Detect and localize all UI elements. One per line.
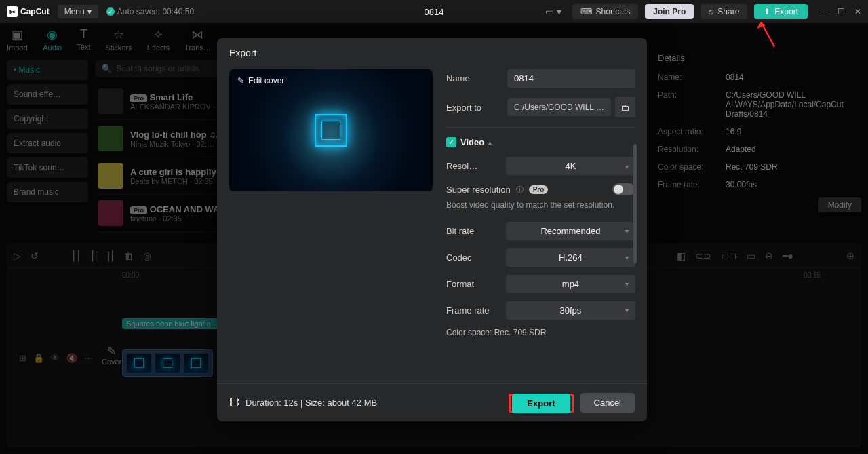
timeline-tool-3[interactable]: ⊏⊐ xyxy=(721,250,737,261)
resolution-select[interactable]: 4K▾ xyxy=(506,157,635,175)
exportto-label: Export to xyxy=(446,102,499,113)
codec-label: Codec xyxy=(446,252,499,263)
timeline-tool-4[interactable]: ▭ xyxy=(747,250,755,261)
more-icon[interactable]: ⋯ xyxy=(84,353,93,363)
app-logo: ✂ CapCut xyxy=(7,6,50,17)
search-icon: 🔍 xyxy=(102,64,112,73)
details-panel: Details Name:0814 Path:C:/Users/GOOD WIL… xyxy=(658,53,861,212)
shortcuts-button[interactable]: ⌨ Shortcuts xyxy=(572,4,639,19)
tool-text[interactable]: TText xyxy=(77,27,90,60)
song-thumb xyxy=(98,163,123,189)
cover-preview: ✎ Edit cover xyxy=(229,69,433,191)
cover-button[interactable]: ✎ Cover xyxy=(102,345,121,366)
cover-art xyxy=(315,114,347,147)
track-tool-icon[interactable]: ⊞ xyxy=(19,353,26,363)
modify-button[interactable]: Modify xyxy=(818,197,861,212)
category-music[interactable]: • Music xyxy=(7,60,88,80)
split-tool[interactable]: ⎮⎮ xyxy=(71,250,81,261)
capcut-icon: ✂ xyxy=(7,6,18,17)
clip-thumbnail xyxy=(155,354,180,373)
export-button-top[interactable]: ⬆ Export xyxy=(754,4,808,19)
category-sound-effects[interactable]: Sound effe… xyxy=(7,84,88,105)
track-controls[interactable]: ⊞ 🔒 👁 🔇 ⋯ xyxy=(19,353,93,363)
video-clip[interactable] xyxy=(122,349,213,377)
resolution-label: Resol… xyxy=(446,161,499,171)
super-resolution-toggle[interactable] xyxy=(612,183,635,195)
undo-button[interactable]: ↺ xyxy=(31,250,39,261)
pencil-icon: ✎ xyxy=(102,345,121,358)
video-checkbox[interactable]: ✓ xyxy=(446,137,456,147)
annotation-highlight: Export xyxy=(509,394,573,413)
lock-icon[interactable]: 🔒 xyxy=(33,353,44,363)
framerate-label: Frame rate xyxy=(446,305,499,316)
chevron-down-icon: ▾ xyxy=(87,7,92,16)
tool-transitions[interactable]: ⋈Trans… xyxy=(184,27,211,60)
category-tiktok-sound[interactable]: TikTok soun… xyxy=(7,157,88,178)
zoom-in-button[interactable]: ⊕ xyxy=(846,250,854,261)
export-path: C:/Users/GOOD WILL … xyxy=(507,98,611,116)
timeline-tool-1[interactable]: ◧ xyxy=(677,250,686,261)
autosave-text: Auto saved: 00:40:50 xyxy=(117,7,194,16)
dialog-scrollbar[interactable] xyxy=(633,144,637,263)
chevron-up-icon[interactable]: ▴ xyxy=(488,138,492,146)
clip-label: Squares neon blue light a… xyxy=(122,318,222,329)
shortcuts-label: Shortcuts xyxy=(596,7,631,16)
bitrate-select[interactable]: Recommended▾ xyxy=(506,222,635,240)
stickers-icon: ☆ xyxy=(113,27,124,42)
share-button[interactable]: ⎋ Share xyxy=(701,4,747,19)
select-tool[interactable]: ▷ xyxy=(14,250,21,261)
info-icon[interactable]: ⓘ xyxy=(516,185,524,195)
join-pro-button[interactable]: Join Pro xyxy=(645,4,694,19)
details-heading: Details xyxy=(658,53,861,63)
trim-left-tool[interactable]: ⎮[ xyxy=(90,250,98,261)
zoom-slider[interactable]: ━● xyxy=(783,250,793,261)
bitrate-label: Bit rate xyxy=(446,226,499,236)
eye-icon[interactable]: 👁 xyxy=(51,353,60,363)
zoom-out-button[interactable]: ⊖ xyxy=(765,250,773,261)
edit-cover-button[interactable]: ✎ Edit cover xyxy=(237,76,284,86)
super-resolution-label: Super resolution xyxy=(446,185,511,195)
minimize-button[interactable]: — xyxy=(820,7,828,16)
clip-thumbnail xyxy=(184,354,208,373)
export-label: Export xyxy=(774,7,798,16)
category-brand-music[interactable]: Brand music xyxy=(7,182,88,202)
menu-label: Menu xyxy=(64,7,85,16)
app-name: CapCut xyxy=(20,7,50,16)
menu-button[interactable]: Menu ▾ xyxy=(58,5,98,18)
browse-folder-button[interactable]: 🗀 xyxy=(615,97,635,117)
framerate-select[interactable]: 30fps▾ xyxy=(506,301,635,320)
name-input[interactable] xyxy=(507,69,635,88)
cancel-button[interactable]: Cancel xyxy=(580,393,635,413)
trim-right-tool[interactable]: ]⎮ xyxy=(107,250,115,261)
film-icon: 🎞 xyxy=(229,397,240,409)
tool-effects[interactable]: ✧Effects xyxy=(147,27,170,60)
export-icon: ⬆ xyxy=(764,7,770,16)
folder-icon: 🗀 xyxy=(620,102,629,113)
chevron-down-icon: ▾ xyxy=(625,254,629,261)
transitions-icon: ⋈ xyxy=(191,27,203,42)
close-button[interactable]: ✕ xyxy=(854,7,861,16)
share-label: Share xyxy=(717,7,739,16)
chevron-down-icon: ▾ xyxy=(625,227,629,235)
pro-badge: Pro xyxy=(130,206,147,214)
codec-select[interactable]: H.264▾ xyxy=(506,248,635,267)
category-copyright[interactable]: Copyright xyxy=(7,109,88,129)
duration-info: 🎞 Duration: 12s | Size: about 42 MB xyxy=(229,397,377,409)
record-tool[interactable]: ◎ xyxy=(143,250,151,261)
category-extract-audio[interactable]: Extract audio xyxy=(7,133,88,153)
aspect-ratio-button[interactable]: ▭ ▾ xyxy=(541,3,566,20)
export-confirm-button[interactable]: Export xyxy=(512,394,570,413)
format-select[interactable]: mp4▾ xyxy=(506,275,635,293)
tool-stickers[interactable]: ☆Stickers xyxy=(106,27,132,60)
tool-import[interactable]: ▣Import xyxy=(7,27,28,60)
delete-tool[interactable]: 🗑 xyxy=(124,250,134,261)
chevron-down-icon: ▾ xyxy=(625,307,629,314)
mute-icon[interactable]: 🔇 xyxy=(66,353,77,363)
keyboard-icon: ⌨ xyxy=(580,7,592,16)
timeline-tool-2[interactable]: ⊂⊃ xyxy=(695,250,711,261)
dialog-title: Export xyxy=(217,38,647,65)
song-thumb xyxy=(98,126,123,151)
maximize-button[interactable]: ☐ xyxy=(837,7,845,16)
text-icon: T xyxy=(80,27,87,41)
tool-audio[interactable]: ◉Audio xyxy=(43,27,62,60)
